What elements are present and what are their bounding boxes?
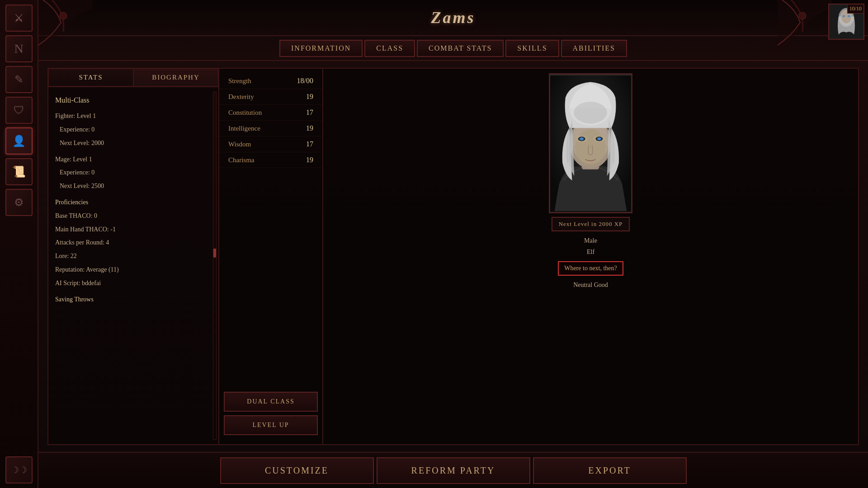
xp-badge: Next Level in 2000 XP [552,217,630,231]
portrait-svg [550,75,631,212]
main-content: Zams INFORMATION CLASS COMBAT STATS SKIL… [38,0,868,488]
stat-val-charisma: 19 [306,156,313,164]
sidebar-btn-combat[interactable]: ⚔ [5,5,33,32]
dual-class-button[interactable]: DUAL CLASS [224,392,318,412]
saving-throws-header: Saving Throws [55,294,212,305]
dragon-left-deco [38,0,93,54]
class-header: Multi-Class [55,94,212,106]
header-area: Zams [38,0,868,36]
panel-area: STATS BIOGRAPHY Multi-Class Fighter: Lev… [38,61,868,452]
stat-name-intelligence: Intelligence [228,125,260,132]
main-hand-thaco: Main Hand THACO: -1 [55,224,212,235]
dragon-right-deco [778,0,832,54]
stat-val-wisdom: 17 [306,140,313,148]
bottom-bar: CUSTOMIZE REFORM PARTY EXPORT [38,452,868,488]
reform-party-button[interactable]: REFORM PARTY [377,457,530,484]
avatar-counter: 10/10 [847,5,863,14]
sidebar-btn-character[interactable]: 👤 [5,127,33,155]
stat-name-wisdom: Wisdom [228,141,251,148]
stats-content-area: Multi-Class Fighter: Level 1 Experience:… [48,87,218,444]
attacks-per-round: Attacks per Round: 4 [55,237,212,248]
stat-row-strength: Strength 18/00 [219,73,322,89]
mid-panel: Strength 18/00 Dexterity 19 Constitution… [219,68,323,445]
sidebar: ⚔ N ✎ 🛡 👤 📜 ⚙ ☽☽ [0,0,38,488]
mage-next: Next Level: 2500 [55,181,212,192]
sidebar-btn-options[interactable]: ⚙ [5,189,33,216]
character-info: Male Elf [584,235,597,258]
sidebar-btn-journal[interactable]: 📜 [5,158,33,185]
character-gender: Male [584,235,597,246]
right-panel: Next Level in 2000 XP Male Elf Where to … [323,68,859,445]
nav-tabs: INFORMATION CLASS COMBAT STATS SKILLS AB… [38,36,868,61]
customize-button[interactable]: CUSTOMIZE [220,457,374,484]
ai-script: AI Script: bddefai [55,278,212,289]
tab-information[interactable]: INFORMATION [279,40,363,57]
export-button[interactable]: EXPORT [533,457,687,484]
quill-icon: ✎ [14,73,24,86]
svg-point-25 [574,102,607,123]
sidebar-btn-map[interactable]: N [5,35,33,62]
scroll-icon: 📜 [12,165,26,178]
stat-val-intelligence: 19 [306,124,313,132]
character-alignment: Neutral Good [573,279,608,291]
svg-point-7 [799,12,806,19]
svg-point-5 [848,15,850,17]
mage-level: Mage: Level 1 [55,154,212,165]
lore: Lore: 22 [55,251,212,262]
stat-val-strength: 18/00 [297,77,313,85]
character-name: Zams [431,8,475,27]
stat-name-dexterity: Dexterity [228,93,254,101]
stat-val-constitution: 17 [306,108,313,117]
scroll-thumb [213,249,216,258]
stat-name-constitution: Constitution [228,109,262,117]
top-right-avatar[interactable]: 10/10 [828,4,864,40]
svg-point-22 [579,137,585,141]
gear-icon: ⚙ [14,196,24,209]
person-icon: 👤 [12,135,26,147]
reputation: Reputation: Average (11) [55,264,212,275]
stat-name-charisma: Charisma [228,156,255,164]
sidebar-btn-misc[interactable]: ✎ [5,66,33,93]
sub-tabs: STATS BIOGRAPHY [48,69,218,87]
scrollbar[interactable] [213,92,217,440]
stat-name-strength: Strength [228,77,251,85]
proficiencies-header: Proficiencies [55,197,212,208]
svg-point-4 [842,15,845,17]
sidebar-btn-inventory[interactable]: 🛡 [5,97,33,124]
combat-icon: ⚔ [14,12,24,24]
sidebar-btn-rest[interactable]: ☽☽ [5,456,33,483]
stat-val-dexterity: 19 [306,93,313,101]
tab-combat-stats[interactable]: COMBAT STATS [417,40,504,57]
stat-row-intelligence: Intelligence 19 [219,121,322,136]
map-icon: N [14,42,23,56]
svg-point-6 [60,12,67,19]
tab-skills[interactable]: SKILLS [505,40,559,57]
action-buttons: DUAL CLASS LEVEL UP [219,387,322,440]
shield-icon: 🛡 [14,104,24,117]
stat-row-charisma: Charisma 19 [219,152,322,168]
base-thaco: Base THACO: 0 [55,211,212,221]
mage-xp: Experience: 0 [55,167,212,178]
stat-row-constitution: Constitution 17 [219,105,322,121]
character-race: Elf [584,246,597,258]
stat-row-dexterity: Dexterity 19 [219,89,322,105]
character-quote: Where to next, then? [558,261,623,276]
subtab-biography[interactable]: BIOGRAPHY [133,69,218,86]
svg-point-23 [597,137,602,141]
left-panel: STATS BIOGRAPHY Multi-Class Fighter: Lev… [47,68,219,445]
level-up-button[interactable]: LEVEL UP [224,415,318,435]
fighter-level: Fighter: Level 1 [55,111,212,122]
subtab-stats[interactable]: STATS [48,69,133,86]
moon-icon: ☽☽ [11,465,27,475]
stat-row-wisdom: Wisdom 17 [219,136,322,152]
fighter-xp: Experience: 0 [55,124,212,135]
tab-abilities[interactable]: ABILITIES [561,40,627,57]
fighter-next: Next Level: 2000 [55,138,212,149]
character-portrait [549,73,632,213]
tab-class[interactable]: CLASS [364,40,415,57]
